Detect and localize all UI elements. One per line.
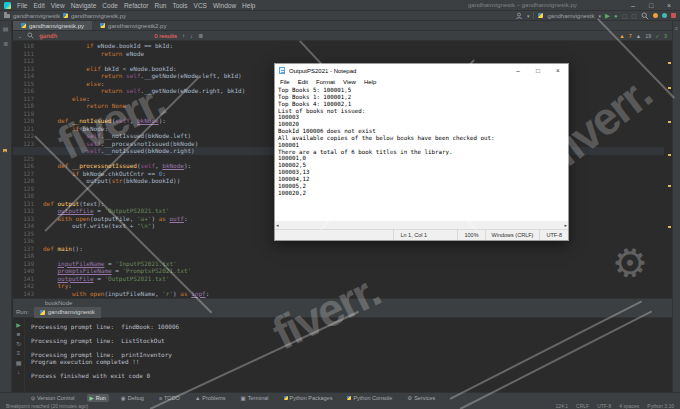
line-number[interactable]: 131: [13, 200, 39, 208]
tool-window-services[interactable]: ⚙Services: [404, 394, 438, 402]
tab-gandhamvignestk.py[interactable]: gandhamvignestk.py: [13, 21, 92, 30]
line-number[interactable]: 143: [13, 290, 39, 298]
line-number[interactable]: 141: [13, 275, 39, 283]
grid-icon[interactable]: ▦: [16, 359, 22, 366]
run-config-name[interactable]: gandhamvignestk: [547, 13, 594, 19]
tool-window-debug[interactable]: ◉Debug: [118, 394, 147, 402]
close-icon[interactable]: ×: [548, 64, 568, 77]
scroll-right-icon[interactable]: ▸: [564, 222, 567, 228]
menu-item-view[interactable]: View: [51, 2, 65, 9]
tool-window-version-control[interactable]: ψVersion Control: [28, 394, 78, 402]
run-button[interactable]: ▶: [605, 12, 610, 20]
avatar-teal[interactable]: [662, 13, 667, 18]
menu-item-navigate[interactable]: Navigate: [71, 2, 97, 9]
status-item[interactable]: CRLF: [576, 403, 589, 409]
prev-match-icon[interactable]: ↑: [182, 33, 185, 39]
line-number[interactable]: 139: [13, 260, 39, 268]
tool-window-run[interactable]: ▶Run: [87, 394, 109, 402]
debug-button[interactable]: ●: [614, 13, 618, 19]
filter-icon[interactable]: ≣: [198, 32, 203, 39]
error-stripe-scrollbar[interactable]: [667, 41, 672, 298]
maximize-icon[interactable]: □: [528, 64, 548, 77]
notepad-horizontal-scrollbar[interactable]: ◂ ▸: [275, 221, 568, 229]
notepad-menu-format[interactable]: Format: [316, 79, 335, 85]
line-number[interactable]: 133: [13, 215, 39, 223]
status-item[interactable]: 4 spaces: [619, 403, 639, 409]
line-number[interactable]: 118: [13, 102, 39, 110]
stop-icon[interactable]: ■: [17, 331, 21, 337]
minimize-icon[interactable]: –: [624, 0, 642, 11]
breadcrumb-project[interactable]: gandhamvignestk: [13, 13, 60, 19]
line-number[interactable]: 135: [13, 230, 39, 238]
line-number[interactable]: 125: [13, 155, 39, 163]
line-number[interactable]: 123: [13, 140, 39, 148]
menu-item-refactor[interactable]: Refactor: [124, 2, 149, 9]
menu-item-edit[interactable]: Edit: [33, 2, 44, 9]
run-console[interactable]: Processing prompt line: findBook: 100006…: [31, 323, 668, 379]
notepad-menu-view[interactable]: View: [343, 79, 356, 85]
line-number[interactable]: 117: [13, 95, 39, 103]
line-number[interactable]: 111: [13, 50, 39, 58]
menu-item-help[interactable]: Help: [242, 2, 255, 9]
notepad-text-area[interactable]: Top Books 5: 100001,5Top Books 1: 100001…: [275, 86, 568, 221]
line-number[interactable]: 140: [13, 267, 39, 275]
avatar-orange[interactable]: [653, 13, 658, 18]
project-tool-icon[interactable]: ▤: [3, 25, 9, 32]
line-number[interactable]: 134: [13, 222, 39, 230]
chevron-down-icon[interactable]: ▾: [527, 13, 530, 19]
line-number[interactable]: 142: [13, 282, 39, 290]
tab-gandhamvignestk2.py[interactable]: gandhamvignestk2.py: [92, 21, 174, 30]
inspections-widget[interactable]: ▲ 7 ▲ 19 ✓ 3: [619, 33, 667, 39]
record-icon[interactable]: [671, 13, 676, 18]
breadcrumb-file[interactable]: gandhamvignestk.py: [71, 13, 126, 19]
status-item[interactable]: 124:1: [556, 403, 569, 409]
rerun-icon[interactable]: ▶: [16, 321, 21, 328]
scroll-down-icon[interactable]: ↓: [17, 369, 20, 375]
run-tab[interactable]: gandhamvignestk: [34, 307, 101, 318]
user-icon[interactable]: [515, 12, 523, 20]
notepad-menu-file[interactable]: File: [280, 79, 290, 85]
status-item[interactable]: Python 3.10: [647, 403, 674, 409]
maximize-icon[interactable]: □: [642, 0, 660, 11]
line-number[interactable]: 136: [13, 237, 39, 245]
line-number[interactable]: 129: [13, 185, 39, 193]
line-number[interactable]: 113: [13, 65, 39, 73]
console-settings-icon[interactable]: ≡: [17, 350, 21, 356]
line-number[interactable]: 119: [13, 110, 39, 118]
tool-window-todo[interactable]: ≡TODO: [156, 394, 183, 402]
tool-window-problems[interactable]: ▲Problems: [192, 394, 229, 402]
notepad-menu-edit[interactable]: Edit: [298, 79, 308, 85]
tool-window-python-packages[interactable]: Python Packages: [281, 394, 336, 402]
scroll-left-icon[interactable]: ◂: [276, 222, 279, 228]
line-number[interactable]: 130: [13, 192, 39, 200]
line-number[interactable]: 128: [13, 177, 39, 185]
coverage-button[interactable]: ▢: [622, 12, 628, 19]
status-item[interactable]: UTF-8: [597, 403, 611, 409]
profiler-button[interactable]: ▢: [631, 12, 637, 19]
line-number[interactable]: 132: [13, 207, 39, 215]
line-number[interactable]: 127: [13, 170, 39, 178]
search-icon[interactable]: [641, 12, 649, 20]
line-number[interactable]: 110: [13, 42, 39, 50]
line-number[interactable]: 121: [13, 125, 39, 133]
menu-item-code[interactable]: Code: [102, 2, 118, 9]
structure-tool-icon[interactable]: ≣: [3, 40, 8, 47]
notifications-icon[interactable]: ≡: [675, 25, 678, 31]
line-number[interactable]: 115: [13, 80, 39, 88]
breadcrumb-scope[interactable]: bookNode: [45, 300, 72, 306]
line-number[interactable]: 126: [13, 162, 39, 170]
next-match-icon[interactable]: ↓: [190, 33, 193, 39]
menu-item-tools[interactable]: Tools: [172, 2, 187, 9]
menu-item-file[interactable]: File: [17, 2, 27, 9]
line-number[interactable]: 116: [13, 87, 39, 95]
line-number[interactable]: 112: [13, 57, 39, 65]
menu-item-run[interactable]: Run: [154, 2, 166, 9]
tool-window-python-console[interactable]: Python Console: [344, 394, 395, 402]
tool-window-terminal[interactable]: ▣Terminal: [238, 394, 272, 402]
line-number[interactable]: 138: [13, 252, 39, 260]
line-number[interactable]: 122: [13, 132, 39, 140]
menu-item-window[interactable]: Window: [213, 2, 236, 9]
close-icon[interactable]: ×: [660, 0, 678, 11]
chevron-down-icon[interactable]: ▾: [599, 13, 602, 19]
breadcrumb[interactable]: gandhamvignestk gandhamvignestk.py: [4, 13, 126, 19]
